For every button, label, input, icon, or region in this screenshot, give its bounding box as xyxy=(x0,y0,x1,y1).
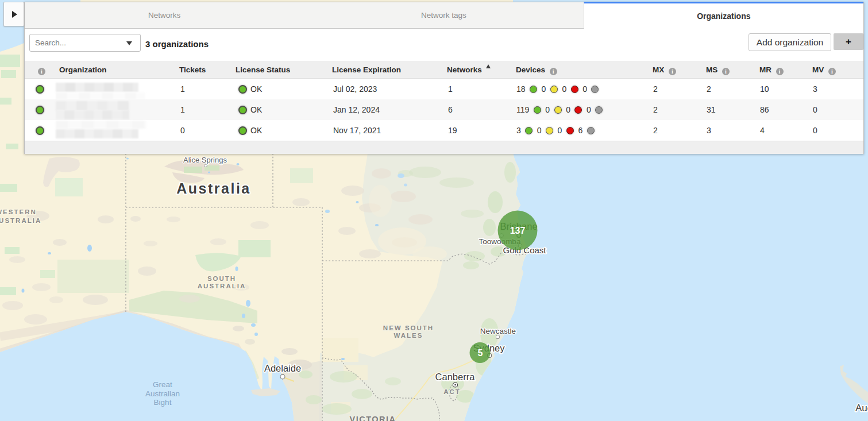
svg-text:Newcastle: Newcastle xyxy=(480,327,516,335)
svg-text:ACT: ACT xyxy=(443,388,461,395)
svg-text:Great: Great xyxy=(153,380,172,389)
svg-text:Bight: Bight xyxy=(154,398,172,407)
svg-text:WALES: WALES xyxy=(394,332,423,339)
svg-text:AUSTRALIA: AUSTRALIA xyxy=(0,217,41,224)
svg-text:SOUTH: SOUTH xyxy=(207,275,236,282)
svg-text:Alice Springs: Alice Springs xyxy=(183,156,227,164)
svg-text:WESTERN: WESTERN xyxy=(0,208,37,215)
svg-text:NEW SOUTH: NEW SOUTH xyxy=(383,325,434,331)
svg-text:Australia: Australia xyxy=(176,180,250,196)
svg-text:AUSTRALIA: AUSTRALIA xyxy=(198,283,246,289)
svg-text:Canberra: Canberra xyxy=(435,372,476,382)
svg-text:Auckland: Auckland xyxy=(855,403,868,414)
svg-text:5: 5 xyxy=(478,348,483,358)
svg-text:137: 137 xyxy=(510,226,526,235)
svg-text:Adelaide: Adelaide xyxy=(264,363,301,373)
svg-text:Australian: Australian xyxy=(145,389,180,398)
svg-text:VICTORIA: VICTORIA xyxy=(349,415,396,421)
